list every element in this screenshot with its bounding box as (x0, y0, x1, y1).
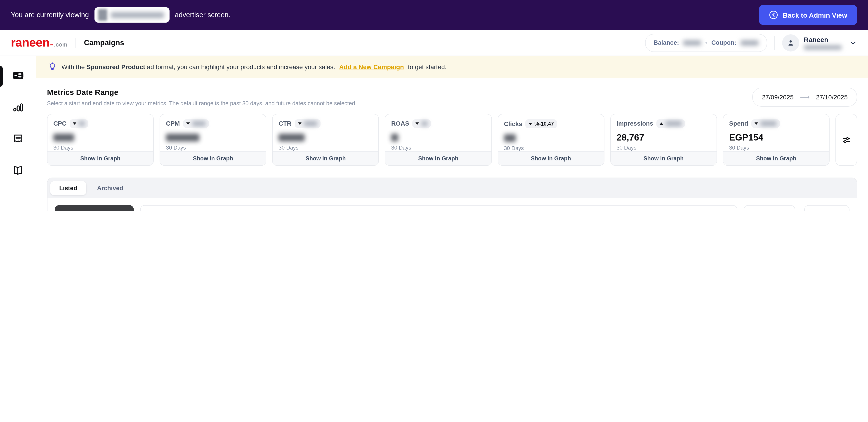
balance-coupon-pill[interactable]: Balance: • Coupon: (645, 34, 767, 52)
metric-period: 30 Days (391, 144, 485, 151)
user-info: Raneen (804, 36, 842, 50)
show-in-graph-button[interactable]: Show in Graph (498, 151, 604, 165)
sidebar-item-analytics[interactable] (11, 100, 25, 114)
metric-label: Impressions (616, 120, 653, 127)
raneen-logo[interactable]: raneen ™ .com (11, 36, 67, 50)
metric-label: CTR (279, 120, 291, 127)
info-banner: With the Sponsored Product ad format, yo… (36, 56, 868, 78)
date-to[interactable]: 27/10/2025 (816, 94, 848, 101)
metrics-heading-block: Metrics Date Range Select a start and en… (47, 88, 357, 106)
metric-card-clicks: Clicks %-10.47 30 Days Show in Graph (498, 114, 604, 166)
redacted-metric-value (279, 133, 305, 141)
back-to-admin-label: Back to Admin View (783, 11, 847, 19)
date-from[interactable]: 27/09/2025 (762, 94, 794, 101)
redacted-metric-value (504, 134, 516, 142)
lightbulb-icon (48, 62, 57, 71)
metric-label: ROAS (391, 120, 409, 127)
redacted-metric-value (391, 133, 399, 141)
header-right-cluster: Balance: • Coupon: Raneen (645, 34, 857, 52)
caret-down-icon (186, 123, 190, 125)
metric-badge-value: %-10.47 (534, 121, 554, 127)
metric-card-ctr: CTR 30 Days Show in Graph (272, 114, 379, 166)
person-icon (786, 38, 795, 47)
caret-down-icon (73, 123, 76, 125)
show-in-graph-button[interactable]: Show in Graph (48, 151, 153, 165)
metric-period: 30 Days (279, 144, 373, 151)
show-in-graph-button[interactable]: Show in Graph (273, 151, 379, 165)
sidebar-item-billing[interactable] (11, 132, 25, 145)
metric-card-cpm: CPM 30 Days Show in Graph (160, 114, 266, 166)
user-menu[interactable]: Raneen (782, 34, 857, 51)
back-to-admin-button[interactable]: Back to Admin View (759, 5, 857, 25)
header-vertical-divider (774, 35, 775, 50)
admin-bar-message: You are currently viewing advertiser scr… (11, 7, 230, 23)
metric-trend-badge: %-10.47 (525, 119, 557, 128)
metric-card-impressions: Impressions 28,767 30 Days Show in Graph (610, 114, 717, 166)
campaigns-tab-strip: Listed Archived (48, 178, 857, 198)
sidebar-nav (0, 56, 36, 211)
metric-label: CPM (166, 120, 180, 127)
user-name: Raneen (804, 36, 842, 43)
campaigns-toolbar: Add New Campaign Column Filter (48, 198, 857, 211)
banner-text-prefix: With the (61, 63, 85, 70)
banner-text-mid: ad format, you can highlight your produc… (147, 63, 335, 70)
admin-impersonation-bar: You are currently viewing advertiser scr… (0, 0, 868, 30)
balance-label: Balance: (653, 39, 679, 46)
metric-trend-badge (294, 119, 320, 128)
caret-down-icon (298, 123, 301, 125)
metric-card-spend: Spend EGP154 30 Days Show in Graph (723, 114, 830, 166)
caret-down-icon (528, 123, 532, 125)
metric-period: 30 Days (53, 144, 147, 151)
filter-button[interactable]: Filter (804, 205, 849, 211)
redacted-balance-value (683, 40, 701, 45)
chevron-down-icon[interactable] (849, 39, 857, 47)
tab-archived[interactable]: Archived (88, 181, 132, 195)
add-new-campaign-button[interactable]: Add New Campaign (55, 205, 134, 211)
app-viewport: You are currently viewing advertiser scr… (0, 0, 868, 211)
metrics-settings-button[interactable] (835, 114, 857, 166)
redacted-badge-value (304, 121, 317, 126)
redacted-user-email (804, 45, 842, 50)
show-in-graph-button[interactable]: Show in Graph (611, 151, 716, 165)
metric-value: EGP154 (729, 132, 823, 143)
campaign-search[interactable] (141, 205, 737, 211)
tab-listed[interactable]: Listed (50, 181, 86, 195)
redacted-badge-value (761, 121, 777, 126)
metric-label: Spend (729, 120, 748, 127)
metric-trend-badge (412, 119, 431, 128)
banner-text-suffix: to get started. (408, 63, 447, 70)
redacted-badge-value (79, 121, 85, 126)
banner-bold-text: Sponsored Product (87, 63, 145, 70)
redacted-badge-value (665, 121, 682, 126)
show-in-graph-button[interactable]: Show in Graph (160, 151, 266, 165)
page-title: Campaigns (84, 38, 124, 47)
metric-card-cpc: CPC 30 Days Show in Graph (47, 114, 154, 166)
redacted-advertiser-name (111, 12, 164, 18)
metric-period: 30 Days (504, 145, 598, 151)
redacted-badge-value (192, 121, 206, 126)
metric-trend-badge (183, 119, 209, 128)
logo-trademark: ™ (50, 43, 53, 47)
redacted-coupon-value (741, 40, 758, 45)
circle-chevron-left-icon (769, 10, 778, 20)
show-in-graph-button[interactable]: Show in Graph (385, 151, 491, 165)
metric-period: 30 Days (616, 144, 710, 151)
redacted-advertiser-logo (98, 9, 107, 21)
metric-period: 30 Days (729, 144, 823, 151)
show-in-graph-button[interactable]: Show in Graph (723, 151, 829, 165)
app-header: raneen ™ .com Campaigns Balance: • Coupo… (0, 30, 868, 56)
metric-value: 28,767 (616, 132, 710, 143)
metrics-subtitle: Select a start and end date to view your… (47, 100, 357, 106)
sidebar-item-guide[interactable] (11, 164, 25, 177)
bar-chart-icon (12, 101, 24, 113)
date-range-picker[interactable]: 27/09/2025 ⟶ 27/10/2025 (752, 88, 857, 107)
sidebar-item-dashboard[interactable] (11, 69, 25, 82)
avatar (782, 34, 799, 51)
banner-text: With the Sponsored Product ad format, yo… (61, 63, 447, 70)
book-icon (12, 164, 24, 176)
column-button[interactable]: Column (743, 205, 795, 211)
add-new-campaign-link[interactable]: Add a New Campaign (339, 63, 404, 70)
header-divider (75, 38, 76, 48)
caret-down-icon (416, 123, 419, 125)
advertiser-name-pill (94, 7, 169, 23)
